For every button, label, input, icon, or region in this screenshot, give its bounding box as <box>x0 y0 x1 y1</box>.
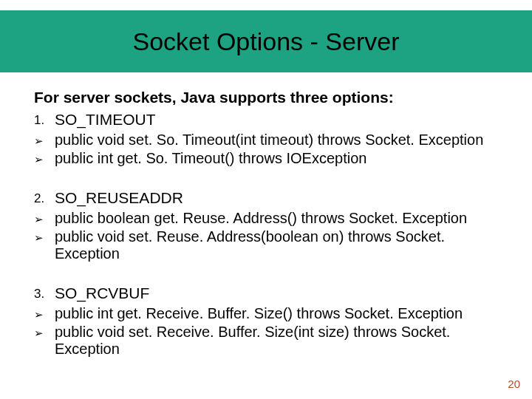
option-3-method-2: ➢ public void set. Receive. Buffer. Size… <box>34 324 510 358</box>
list-number: 3. <box>34 284 55 302</box>
spacer <box>34 264 510 284</box>
option-1-method-1: ➢ public void set. So. Timeout(int timeo… <box>34 132 510 149</box>
method-signature: public void set. Receive. Buffer. Size(i… <box>55 324 510 358</box>
spacer <box>34 168 510 189</box>
slide-body: For server sockets, Java supports three … <box>34 89 510 359</box>
option-3-heading: 3. SO_RCVBUF <box>34 284 510 302</box>
list-number: 2. <box>34 189 55 207</box>
page-number: 20 <box>508 378 520 390</box>
method-signature: public int get. Receive. Buffer. Size() … <box>55 305 510 322</box>
option-2-heading: 2. SO_REUSEADDR <box>34 189 510 207</box>
chevron-icon: ➢ <box>34 132 55 149</box>
list-number: 1. <box>34 111 55 129</box>
title-banner: Socket Options - Server <box>0 10 532 72</box>
chevron-icon: ➢ <box>34 305 55 322</box>
method-signature: public int get. So. Timeout() throws IOE… <box>55 150 510 167</box>
chevron-icon: ➢ <box>34 210 55 227</box>
option-2-method-1: ➢ public boolean get. Reuse. Address() t… <box>34 210 510 227</box>
option-name: SO_RCVBUF <box>55 284 510 302</box>
chevron-icon: ➢ <box>34 324 55 358</box>
option-name: SO_TIMEOUT <box>55 111 510 129</box>
option-3-method-1: ➢ public int get. Receive. Buffer. Size(… <box>34 305 510 322</box>
method-signature: public boolean get. Reuse. Address() thr… <box>55 210 510 227</box>
option-1-method-2: ➢ public int get. So. Timeout() throws I… <box>34 150 510 167</box>
chevron-icon: ➢ <box>34 228 55 262</box>
method-signature: public void set. Reuse. Address(boolean … <box>55 228 510 262</box>
method-signature: public void set. So. Timeout(int timeout… <box>55 132 510 149</box>
chevron-icon: ➢ <box>34 150 55 167</box>
option-name: SO_REUSEADDR <box>55 189 510 207</box>
intro-line: For server sockets, Java supports three … <box>34 89 510 106</box>
option-2-method-2: ➢ public void set. Reuse. Address(boolea… <box>34 228 510 262</box>
option-1-heading: 1. SO_TIMEOUT <box>34 111 510 129</box>
slide-title: Socket Options - Server <box>133 27 400 56</box>
